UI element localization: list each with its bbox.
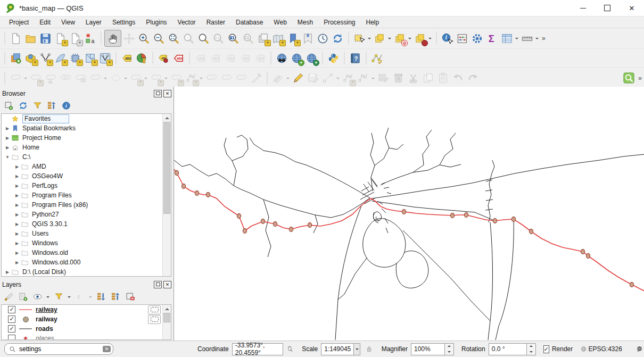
maximize-button[interactable] — [595, 1, 620, 16]
menu-mesh[interactable]: Mesh — [293, 18, 318, 27]
refresh-browser-button[interactable] — [16, 99, 29, 112]
browser-item-c[interactable]: ▼C:\ — [2, 152, 162, 162]
expander-icon[interactable]: ▶ — [13, 260, 21, 265]
pan-map-to-selection-button[interactable] — [121, 31, 136, 46]
coordinate-extent-toggle-icon[interactable] — [286, 344, 293, 354]
zoom-to-selection-button[interactable] — [181, 31, 196, 46]
menu-database[interactable]: Database — [231, 18, 268, 27]
menu-processing[interactable]: Processing — [319, 18, 360, 27]
current-edits-button[interactable] — [8, 71, 23, 86]
browser-item-windows[interactable]: ▶Windows — [2, 238, 162, 248]
expander-icon[interactable]: ▶ — [4, 136, 11, 140]
render-checkbox[interactable]: ✓ — [543, 345, 549, 353]
show-hide-labels-button[interactable] — [208, 51, 222, 65]
check-geometries-button[interactable] — [369, 51, 384, 65]
browser-item-osgeo4w[interactable]: ▶OSGeo4W — [2, 171, 162, 181]
toolbar-overflow-icon[interactable]: » — [540, 35, 548, 42]
filter-by-expression-dropdown[interactable] — [88, 289, 93, 304]
refresh-map-button[interactable] — [330, 31, 345, 46]
delete-selected-button[interactable] — [391, 71, 406, 86]
browser-item-perflogs[interactable]: ▶PerfLogs — [2, 181, 162, 190]
browser-item-favorites[interactable]: Favorites — [2, 114, 162, 123]
expander-icon[interactable]: ▶ — [13, 174, 21, 179]
scale-dropdown[interactable] — [353, 343, 360, 355]
collapse-all-button[interactable] — [45, 99, 58, 112]
add-vector-layer-button[interactable]: * — [23, 51, 38, 65]
undo-button[interactable] — [450, 71, 465, 86]
filter-by-expression-button[interactable] — [73, 290, 86, 303]
layers-close-button[interactable]: ✕ — [163, 281, 171, 288]
select-by-location-dropdown[interactable] — [427, 31, 432, 46]
move-label-diagram-button[interactable] — [222, 51, 237, 65]
browser-item-home[interactable]: ▶Home — [2, 143, 162, 152]
browser-item-python27[interactable]: ▶Python27 — [2, 210, 162, 219]
layer-row-places[interactable]: places — [2, 334, 162, 339]
merge-features-button[interactable] — [58, 71, 73, 86]
show-layout-manager-button[interactable]: * — [68, 31, 82, 46]
expander-icon[interactable]: ▶ — [13, 212, 21, 217]
new-map-view-button[interactable]: * — [255, 31, 270, 46]
open-attribute-table-dropdown[interactable] — [514, 31, 519, 46]
vertex-tool-all-layers-button[interactable] — [356, 71, 370, 86]
highlight-pinned-labels-button[interactable] — [171, 51, 186, 65]
add-selected-layer-button[interactable] — [2, 99, 15, 112]
expander-icon[interactable]: ▶ — [13, 164, 21, 169]
browser-item-d-local-disk[interactable]: ▶D:\ (Local Disk) — [2, 267, 162, 276]
split-features-button[interactable] — [43, 71, 58, 86]
save-project-button[interactable] — [38, 31, 53, 46]
toggle-editing-button[interactable] — [291, 71, 306, 86]
add-wms-layer-button[interactable]: + — [289, 51, 304, 65]
copy-move-features-button[interactable] — [73, 71, 88, 86]
select-features-button[interactable] — [352, 31, 367, 46]
browser-item-program-files-x86[interactable]: ▶Program Files (x86) — [2, 200, 162, 210]
scrollbar-track[interactable] — [163, 313, 171, 331]
cut-features-button[interactable] — [406, 71, 420, 86]
open-attribute-table-button[interactable] — [499, 31, 514, 46]
zoom-full-button[interactable] — [166, 31, 181, 46]
spin-down-icon[interactable] — [527, 349, 535, 355]
browser-item-windows-old-000[interactable]: ▶Windows.old.000 — [2, 258, 162, 267]
open-project-button[interactable] — [23, 31, 38, 46]
new-spatial-bookmark-button[interactable]: * — [285, 31, 300, 46]
processing-toolbox-button[interactable] — [469, 31, 484, 46]
layer-edit-widget[interactable] — [148, 315, 161, 324]
simplify-feature-dropdown[interactable] — [123, 71, 128, 86]
expander-icon[interactable]: ▶ — [13, 222, 21, 227]
add-group-button[interactable] — [16, 290, 29, 303]
show-statistical-summary-button[interactable] — [484, 31, 499, 46]
browser-item-qgis-3-30-1[interactable]: ▶QGIS 3.30.1 — [2, 219, 162, 229]
add-spatialite-layer-button[interactable]: * — [53, 51, 68, 65]
expander-icon[interactable]: ▶ — [13, 251, 21, 255]
menu-web[interactable]: Web — [269, 18, 291, 27]
crs-globe-icon[interactable] — [580, 344, 587, 354]
add-virtual-layer-button[interactable]: * — [82, 51, 97, 65]
osm-place-search-button[interactable] — [621, 71, 636, 86]
add-part-button[interactable]: * — [148, 71, 163, 86]
zoom-next-button[interactable] — [241, 31, 255, 46]
pin-unpin-labels-button[interactable] — [156, 51, 171, 65]
browser-item-spatial-bookmarks[interactable]: ▶Spatial Bookmarks — [2, 123, 162, 133]
style-manager-button[interactable] — [82, 31, 97, 46]
measure-line-button[interactable] — [519, 31, 534, 46]
add-delimited-text-layer-button[interactable]: * — [38, 51, 53, 65]
layer-diagram-options-button[interactable] — [134, 51, 149, 65]
layer-visibility-checkbox[interactable]: ✓ — [8, 316, 15, 323]
current-edits-dropdown[interactable] — [23, 71, 28, 86]
messages-icon[interactable] — [636, 344, 643, 354]
redo-button[interactable] — [465, 71, 480, 86]
expander-icon[interactable]: ▶ — [13, 231, 21, 236]
vertex-tool-spur-button[interactable]: * — [184, 71, 199, 86]
temporal-controller-button[interactable] — [315, 31, 330, 46]
spin-up-icon[interactable] — [445, 344, 453, 350]
add-ring-button[interactable]: * — [128, 71, 143, 86]
clear-search-icon[interactable]: ✕ — [103, 346, 111, 352]
densify-feature-button[interactable] — [219, 71, 234, 86]
select-features-by-value-button[interactable] — [372, 31, 387, 46]
expander-icon[interactable]: ▶ — [4, 126, 11, 131]
generalize-feature-button[interactable] — [234, 71, 249, 86]
select-features-dropdown[interactable] — [367, 31, 371, 46]
select-features-by-value-dropdown[interactable] — [387, 31, 392, 46]
coordinate-field[interactable]: -33.9573°, 20.4559° — [232, 343, 283, 355]
add-part-dropdown[interactable] — [163, 71, 168, 86]
zoom-to-layer-button[interactable] — [196, 31, 211, 46]
